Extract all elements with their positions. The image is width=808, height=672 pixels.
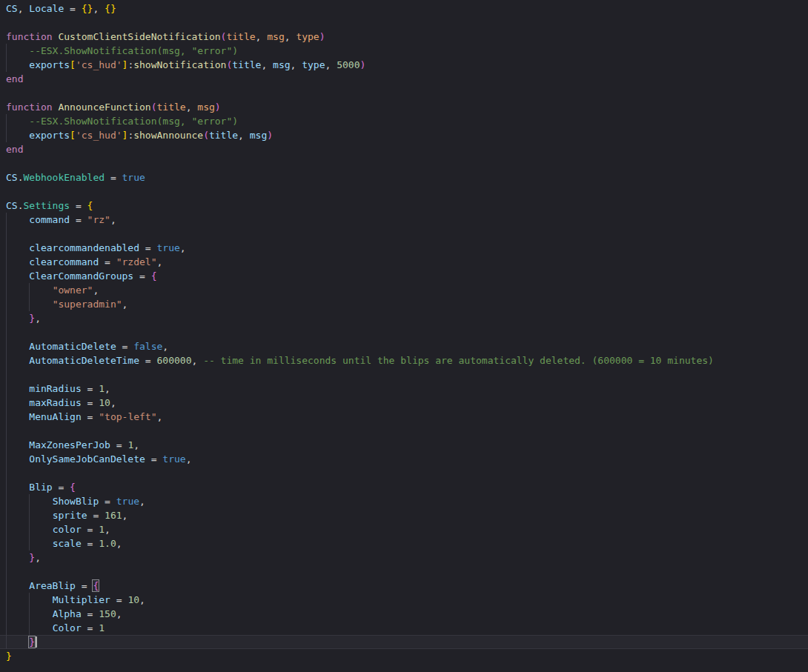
code-line[interactable]: maxRadius = 10, bbox=[0, 396, 808, 410]
code-token-punct: , bbox=[139, 594, 145, 605]
code-token-punct: , bbox=[122, 299, 128, 310]
code-token-punct: , bbox=[157, 411, 163, 422]
code-line[interactable] bbox=[0, 424, 808, 438]
code-token-punct bbox=[6, 524, 53, 535]
code-line[interactable]: function AnnounceFunction(title, msg) bbox=[0, 100, 808, 114]
code-line[interactable]: color = 1, bbox=[0, 522, 808, 536]
code-line[interactable]: Color = 1 bbox=[0, 621, 808, 635]
code-token-function: AnnounceFunction bbox=[58, 102, 150, 113]
code-line[interactable]: function CustomClientSideNotification(ti… bbox=[0, 30, 808, 44]
code-token-variable: CS bbox=[6, 172, 18, 183]
code-token-variable: MenuAlign bbox=[29, 411, 81, 422]
code-token-variable: title bbox=[209, 130, 238, 141]
code-line[interactable]: CS.Settings = { bbox=[0, 199, 808, 213]
code-token-parameter: msg bbox=[267, 31, 284, 42]
code-token-variable: ShowBlip bbox=[53, 496, 99, 507]
code-token-bracket2: ) bbox=[319, 31, 325, 42]
code-token-punct bbox=[6, 622, 53, 633]
code-line[interactable]: ClearCommandGroups = { bbox=[0, 269, 808, 283]
code-token-punct bbox=[6, 285, 53, 296]
code-token-boolean: true bbox=[116, 496, 139, 507]
code-editor[interactable]: CS, Locale = {}, {}function CustomClient… bbox=[0, 0, 808, 672]
code-line[interactable]: minRadius = 1, bbox=[0, 382, 808, 396]
code-line[interactable] bbox=[0, 565, 808, 579]
code-line-active[interactable]: } bbox=[0, 635, 808, 649]
code-token-punct bbox=[6, 636, 29, 648]
code-token-punct bbox=[6, 313, 29, 324]
code-token-keyword: end bbox=[6, 73, 23, 84]
code-line[interactable]: Multiplier = 10, bbox=[0, 593, 808, 607]
code-token-punct bbox=[6, 510, 53, 521]
code-line[interactable]: OnlySameJobCanDelete = true, bbox=[0, 452, 808, 466]
code-token-punct bbox=[6, 383, 29, 394]
code-token-punct bbox=[6, 130, 29, 141]
code-line[interactable]: AutomaticDelete = false, bbox=[0, 339, 808, 353]
code-line[interactable]: end bbox=[0, 72, 808, 86]
code-token-boolean: false bbox=[133, 341, 162, 352]
code-token-parameter: type bbox=[296, 31, 319, 42]
matched-bracket: { bbox=[93, 580, 99, 591]
code-line[interactable]: }, bbox=[0, 550, 808, 565]
code-token-punct bbox=[6, 214, 29, 225]
code-token-variable: OnlySameJobCanDelete bbox=[29, 453, 145, 465]
code-line[interactable] bbox=[0, 227, 808, 241]
code-line[interactable]: }, bbox=[0, 311, 808, 325]
code-line[interactable]: exports['cs_hud']:showAnnounce(title, ms… bbox=[0, 128, 808, 142]
code-token-number: 5000 bbox=[337, 59, 360, 70]
code-line[interactable]: CS.WebhookEnabled = true bbox=[0, 170, 808, 184]
code-line[interactable]: command = "rz", bbox=[0, 213, 808, 227]
code-token-punct: , bbox=[285, 31, 297, 42]
code-token-punct: , bbox=[256, 31, 268, 42]
code-line[interactable]: end bbox=[0, 142, 808, 156]
code-line[interactable] bbox=[0, 86, 808, 100]
code-line[interactable] bbox=[0, 16, 808, 30]
code-line[interactable]: exports['cs_hud']:showNotification(title… bbox=[0, 58, 808, 72]
code-line[interactable]: CS, Locale = {}, {} bbox=[0, 1, 808, 16]
code-token-bracket1: } bbox=[6, 651, 12, 662]
code-token-number: 10 bbox=[128, 594, 139, 605]
code-token-parameter: title bbox=[226, 31, 255, 42]
code-line[interactable]: --ESX.ShowNotification(msg, "error") bbox=[0, 114, 808, 128]
code-token-variable: type bbox=[302, 59, 325, 70]
code-line[interactable] bbox=[0, 466, 808, 480]
code-token-punct: , bbox=[18, 3, 30, 14]
code-line[interactable]: Blip = { bbox=[0, 480, 808, 494]
code-token-punct: = bbox=[87, 510, 105, 521]
code-line[interactable]: Alpha = 150, bbox=[0, 607, 808, 621]
code-token-parameter: msg bbox=[197, 102, 214, 113]
code-line[interactable] bbox=[0, 184, 808, 199]
code-line[interactable]: "owner", bbox=[0, 283, 808, 297]
code-token-punct: = bbox=[64, 3, 81, 14]
code-line[interactable]: } bbox=[0, 649, 808, 663]
code-token-punct bbox=[6, 580, 29, 591]
code-token-punct: , bbox=[116, 608, 122, 619]
code-line[interactable] bbox=[0, 156, 808, 170]
code-token-bracket2: { bbox=[151, 270, 157, 282]
code-token-punct: , bbox=[180, 242, 186, 253]
code-line[interactable]: sprite = 161, bbox=[0, 508, 808, 522]
code-line[interactable]: AutomaticDeleteTime = 600000, -- time in… bbox=[0, 353, 808, 367]
code-line[interactable]: MaxZonesPerJob = 1, bbox=[0, 438, 808, 452]
code-token-variable: scale bbox=[53, 538, 82, 549]
code-line[interactable]: clearcommand = "rzdel", bbox=[0, 255, 808, 269]
code-token-variable: AutomaticDeleteTime bbox=[29, 355, 139, 366]
code-token-variable: maxRadius bbox=[29, 397, 81, 408]
code-token-punct bbox=[6, 59, 29, 70]
code-token-function: CustomClientSideNotification bbox=[58, 31, 220, 42]
code-line[interactable]: "superadmin", bbox=[0, 297, 808, 311]
code-line[interactable]: MenuAlign = "top-left", bbox=[0, 410, 808, 424]
code-token-function: showNotification bbox=[133, 59, 226, 70]
code-token-punct: , bbox=[157, 256, 163, 267]
code-line[interactable] bbox=[0, 325, 808, 339]
code-token-keyword: function bbox=[6, 31, 53, 42]
code-token-punct: , bbox=[162, 341, 168, 352]
code-token-variable: command bbox=[29, 214, 70, 225]
code-line[interactable]: --ESX.ShowNotification(msg, "error") bbox=[0, 44, 808, 58]
code-line[interactable]: AreaBlip = { bbox=[0, 579, 808, 593]
code-token-punct: , bbox=[122, 510, 128, 521]
code-line[interactable]: clearcommandenabled = true, bbox=[0, 241, 808, 255]
code-line[interactable] bbox=[0, 367, 808, 382]
code-line[interactable]: ShowBlip = true, bbox=[0, 494, 808, 508]
indent-guide bbox=[6, 227, 7, 241]
code-line[interactable]: scale = 1.0, bbox=[0, 536, 808, 550]
